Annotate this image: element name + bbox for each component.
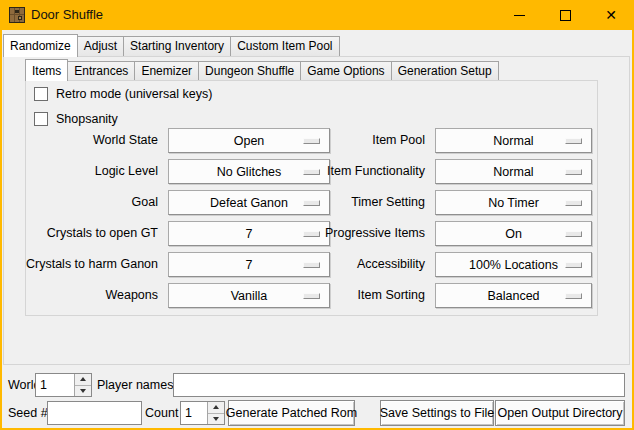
item-functionality-dropdown[interactable]: Normal [435,159,592,184]
goal-label: Goal [26,190,158,215]
seed-input[interactable] [47,401,142,425]
title-bar[interactable]: Door Shuffle ✕ [0,0,634,30]
count-spinner[interactable] [180,401,225,425]
retro-mode-row: Retro mode (universal keys) [34,86,212,102]
item-pool-label: Item Pool [296,128,425,153]
items-page-frame: Retro mode (universal keys) Shopsanity W… [25,80,598,316]
dropdown-indicator-icon [565,293,582,299]
item-functionality-label: Item Functionality [296,159,425,184]
retro-mode-checkbox[interactable] [34,87,48,101]
minimize-icon [514,15,525,16]
worlds-spinner[interactable] [35,373,92,397]
retro-mode-label: Retro mode (universal keys) [56,87,212,101]
arrow-down-icon [213,417,219,421]
sub-tab-bar: Items Entrances Enemizer Dungeon Shuffle… [25,58,499,80]
maximize-button[interactable] [542,0,588,30]
count-spin-buttons [207,402,224,424]
dropdown-indicator-icon [565,138,582,144]
client-area: Randomize Adjust Starting Inventory Cust… [2,30,632,428]
worlds-spin-buttons [74,374,91,396]
tab-enemizer[interactable]: Enemizer [134,61,199,80]
tab-custom-item-pool[interactable]: Custom Item Pool [230,36,339,56]
worlds-input[interactable] [36,374,74,396]
shopsanity-checkbox[interactable] [34,112,48,126]
player-names-input[interactable] [173,373,625,397]
tab-game-options[interactable]: Game Options [300,61,391,80]
arrow-down-icon [80,389,86,393]
seed-label: Seed # [8,401,48,425]
shopsanity-row: Shopsanity [34,111,118,127]
minimize-button[interactable] [496,0,542,30]
app-door-icon [9,7,25,23]
world-state-label: World State [26,128,158,153]
progressive-items-label: Progressive Items [296,221,425,246]
tab-starting-inventory[interactable]: Starting Inventory [123,36,231,56]
save-settings-button[interactable]: Save Settings to File [380,400,494,426]
tab-adjust[interactable]: Adjust [77,36,124,56]
spin-up-button[interactable] [75,374,91,386]
timer-setting-label: Timer Setting [296,190,425,215]
world-state-value: Open [234,134,265,148]
crystals-open-gt-value: 7 [246,227,253,241]
dropdown-indicator-icon [565,169,582,175]
tab-randomize[interactable]: Randomize [3,34,78,57]
open-output-directory-button[interactable]: Open Output Directory [495,400,625,426]
dropdown-indicator-icon [565,231,582,237]
arrow-up-icon [213,405,219,409]
weapons-value: Vanilla [231,289,268,303]
generate-patched-rom-button[interactable]: Generate Patched Rom [228,400,355,426]
accessibility-label: Accessibility [296,252,425,277]
progressive-items-dropdown[interactable]: On [435,221,592,246]
timer-setting-value: No Timer [488,196,539,210]
app-window: Door Shuffle ✕ Randomize Adjust Starting… [0,0,634,430]
tab-generation-setup[interactable]: Generation Setup [391,61,499,80]
player-names-label: Player names [97,373,173,397]
dropdown-indicator-icon [565,262,582,268]
maximize-icon [560,10,571,21]
item-sorting-value: Balanced [487,289,539,303]
item-sorting-label: Item Sorting [296,283,425,308]
timer-setting-dropdown[interactable]: No Timer [435,190,592,215]
progressive-items-value: On [505,227,522,241]
tab-dungeon-shuffle[interactable]: Dungeon Shuffle [198,61,301,80]
item-functionality-value: Normal [493,165,533,179]
crystals-open-gt-label: Crystals to open GT [26,221,158,246]
arrow-up-icon [80,377,86,381]
count-input[interactable] [181,402,207,424]
dropdown-indicator-icon [565,200,582,206]
spin-down-button[interactable] [208,414,224,425]
logic-level-value: No Glitches [217,165,282,179]
tab-entrances[interactable]: Entrances [67,61,135,80]
window-title: Door Shuffle [31,0,103,30]
shopsanity-label: Shopsanity [56,112,118,126]
accessibility-dropdown[interactable]: 100% Locations [435,252,592,277]
spin-up-button[interactable] [208,402,224,414]
crystals-harm-ganon-value: 7 [246,258,253,272]
spin-down-button[interactable] [75,386,91,397]
logic-level-label: Logic Level [26,159,158,184]
close-button[interactable]: ✕ [588,0,634,30]
accessibility-value: 100% Locations [469,258,558,272]
tab-items[interactable]: Items [25,59,68,81]
main-tab-bar: Randomize Adjust Starting Inventory Cust… [3,33,340,56]
weapons-label: Weapons [26,283,158,308]
item-pool-dropdown[interactable]: Normal [435,128,592,153]
item-pool-value: Normal [493,134,533,148]
crystals-harm-ganon-label: Crystals to harm Ganon [26,252,158,277]
goal-value: Defeat Ganon [210,196,288,210]
close-icon: ✕ [605,8,617,22]
item-sorting-dropdown[interactable]: Balanced [435,283,592,308]
count-label: Count [145,401,178,425]
